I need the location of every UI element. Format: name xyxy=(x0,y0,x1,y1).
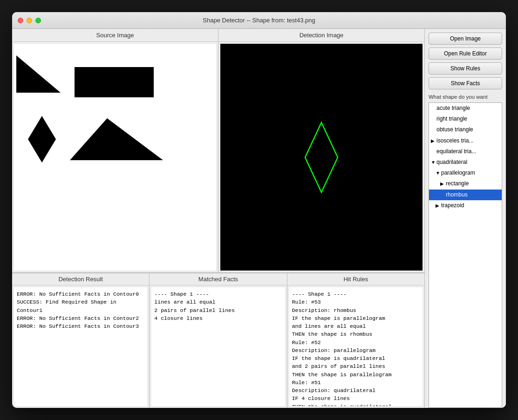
tree-item-trapezoid[interactable]: ▶trapezoid xyxy=(429,200,502,211)
matched-facts-panel: Matched Facts ---- Shape 1 ----lines are… xyxy=(150,273,287,408)
minimize-button[interactable] xyxy=(27,18,32,23)
matched-fact-line: 4 closure lines xyxy=(154,314,282,322)
show-facts-button[interactable]: Show Facts xyxy=(429,77,502,89)
tree-item-right-triangle[interactable]: right triangle xyxy=(429,114,502,124)
tree-item-label-quadrilateral: quadrilateral xyxy=(436,159,467,165)
shape-tree[interactable]: acute triangle right triangle obtuse tri… xyxy=(429,102,502,408)
hit-rule-line: ---- Shape 1 ---- xyxy=(292,290,420,298)
detection-result-content: ERROR: No Sufficient Facts in Contour0SU… xyxy=(14,287,147,406)
tree-item-label-equilateral-triangle: equilateral tria... xyxy=(436,148,476,155)
tree-item-obtuse-triangle[interactable]: obtuse triangle xyxy=(429,124,502,135)
tree-arrow-trapezoid: ▶ xyxy=(436,202,441,210)
tree-item-label-trapezoid: trapezoid xyxy=(441,202,464,209)
hit-rule-line: Description: parallelogram xyxy=(292,346,420,354)
tree-item-label-isosceles-triangle: isosceles tria... xyxy=(436,137,473,144)
matched-fact-line: 2 pairs of parallel lines xyxy=(154,306,282,314)
svg-marker-0 xyxy=(305,122,338,192)
hit-rule-line: THEN the shape is rhombus xyxy=(292,330,420,338)
open-image-button[interactable]: Open Image xyxy=(429,33,502,45)
bottom-row: Detection Result ERROR: No Sufficient Fa… xyxy=(12,273,424,408)
tree-arrow-rectangle: ▶ xyxy=(440,180,446,188)
tree-item-label-acute-triangle: acute triangle xyxy=(436,105,470,111)
maximize-button[interactable] xyxy=(35,18,41,23)
what-shape-label: What shape do you want xyxy=(429,94,502,100)
matched-fact-line: ---- Shape 1 ---- xyxy=(154,290,282,298)
hit-rule-line: THEN the shape is quadrilateral xyxy=(292,403,420,406)
detected-diamond-shape xyxy=(303,120,340,195)
detection-header: Detection Image xyxy=(218,29,424,42)
tree-item-acute-triangle[interactable]: acute triangle xyxy=(429,103,502,114)
close-button[interactable] xyxy=(18,18,23,23)
tree-item-isosceles-triangle[interactable]: ▶isosceles tria... xyxy=(429,135,502,146)
tree-item-label-parallelogram: parallelogram xyxy=(441,169,475,176)
hit-rule-line: Rule: #52 xyxy=(292,339,420,346)
show-rules-button[interactable]: Show Rules xyxy=(429,62,502,75)
window-title: Shape Detector -- Shape from: test43.png xyxy=(203,17,315,24)
source-shape-right-triangle xyxy=(16,55,61,93)
hit-rule-line: IF the shape is quadrilateral xyxy=(292,354,420,362)
hit-rules-panel: Hit Rules ---- Shape 1 ----Rule: #53Desc… xyxy=(287,273,424,408)
source-shape-diamond xyxy=(28,116,56,163)
matched-fact-line: lines are all equal xyxy=(154,298,282,306)
tree-item-parallelogram[interactable]: ▼parallelogram xyxy=(429,168,502,178)
right-sidebar: Open Image Open Rule Editor Show Rules S… xyxy=(424,29,506,408)
tree-item-label-rhombus: rhombus xyxy=(446,191,468,198)
detection-result-panel: Detection Result ERROR: No Sufficient Fa… xyxy=(12,273,150,408)
source-panel: Source Image xyxy=(12,29,218,272)
tree-item-label-right-triangle: right triangle xyxy=(436,115,467,122)
hit-rule-line: IF 4 closure lines xyxy=(292,394,420,402)
hit-rule-line: and lines are all equal xyxy=(292,322,420,330)
detection-image-area xyxy=(220,44,423,271)
detection-result-line: ERROR: No Sufficient Facts in Contour0 xyxy=(17,290,144,298)
detection-result-line: ERROR: No Sufficient Facts in Contour3 xyxy=(17,322,144,330)
tree-arrow-isosceles-triangle: ▶ xyxy=(431,137,436,145)
hit-rule-line: IF the shape is parallelogram xyxy=(292,314,420,322)
detection-panel: Detection Image xyxy=(218,29,424,272)
tree-arrow-parallelogram: ▼ xyxy=(436,169,441,177)
main-content: Source Image Detection Image xyxy=(12,29,506,408)
detection-result-header: Detection Result xyxy=(12,273,149,285)
tree-item-quadrilateral[interactable]: ▼quadrilateral xyxy=(429,157,502,168)
hit-rule-line: Rule: #53 xyxy=(292,298,420,306)
hit-rule-line: Rule: #51 xyxy=(292,379,420,386)
tree-item-label-obtuse-triangle: obtuse triangle xyxy=(436,126,473,133)
source-shape-obtuse-triangle xyxy=(70,118,163,160)
hit-rules-content: ---- Shape 1 ----Rule: #53Description: r… xyxy=(289,287,423,406)
hit-rule-line: THEN the shape is parallelogram xyxy=(292,371,420,379)
tree-item-equilateral-triangle[interactable]: equilateral tria... xyxy=(429,146,502,157)
tree-arrow-quadrilateral: ▼ xyxy=(431,159,436,166)
tree-item-label-rectangle: rectangle xyxy=(446,180,469,187)
matched-facts-header: Matched Facts xyxy=(150,273,286,285)
source-header: Source Image xyxy=(12,29,218,42)
hit-rule-line: and 2 pairs of parallel lines xyxy=(292,362,420,370)
hit-rules-header: Hit Rules xyxy=(287,273,424,285)
traffic-lights xyxy=(18,18,41,23)
detection-result-line: SUCCESS: Find Required Shape in Contour1 xyxy=(17,298,144,314)
titlebar: Shape Detector -- Shape from: test43.png xyxy=(12,12,506,29)
matched-facts-content: ---- Shape 1 ----lines are all equal2 pa… xyxy=(151,287,285,406)
top-row: Source Image Detection Image xyxy=(12,29,424,273)
tree-item-rhombus[interactable]: rhombus xyxy=(429,190,502,200)
main-window: Shape Detector -- Shape from: test43.png… xyxy=(12,12,506,408)
hit-rule-line: Description: rhombus xyxy=(292,306,420,314)
source-shape-rectangle xyxy=(75,67,154,97)
left-panels: Source Image Detection Image xyxy=(12,29,424,408)
detection-result-line: ERROR: No Sufficient Facts in Contour2 xyxy=(17,314,144,322)
open-rule-editor-button[interactable]: Open Rule Editor xyxy=(429,47,502,60)
hit-rule-line: Description: quadrilateral xyxy=(292,386,420,394)
tree-item-rectangle[interactable]: ▶rectangle xyxy=(429,178,502,189)
source-image-area xyxy=(14,44,216,271)
